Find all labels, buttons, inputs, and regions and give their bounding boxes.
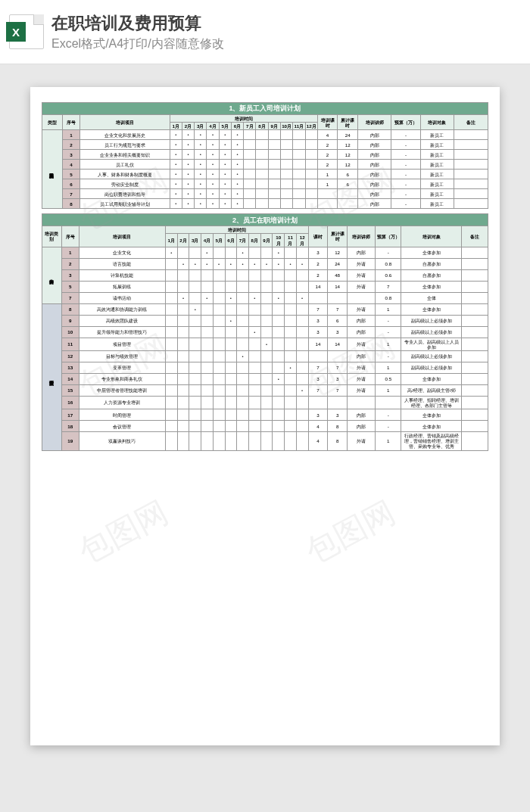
month-header: 8月 <box>248 234 260 247</box>
schedule-cell <box>305 150 317 160</box>
schedule-cell <box>201 362 214 373</box>
schedule-cell <box>285 258 297 269</box>
schedule-cell <box>273 247 285 258</box>
target-cell: 新员工 <box>420 199 454 209</box>
schedule-cell <box>182 179 194 189</box>
schedule-cell <box>244 130 256 140</box>
project-cell: 双赢谈判技巧 <box>79 432 165 450</box>
schedule-cell <box>280 150 292 160</box>
schedule-cell <box>165 315 177 326</box>
schedule-cell <box>225 303 237 315</box>
remark-cell <box>454 140 488 150</box>
schedule-cell <box>195 170 207 179</box>
schedule-cell <box>219 130 231 140</box>
type-group: 公共培训 <box>42 247 62 303</box>
month-header: 3月 <box>189 234 201 247</box>
schedule-cell <box>260 292 273 303</box>
table-row: 18会议管理48内部-全体参加 <box>42 421 488 432</box>
schedule-cell <box>237 258 249 269</box>
lect-cell: 内部 <box>347 421 375 432</box>
schedule-cell <box>165 432 177 450</box>
schedule-cell <box>296 315 308 326</box>
schedule-cell <box>207 189 219 199</box>
schedule-cell <box>189 362 201 373</box>
col-time: 培训时间 <box>165 226 308 234</box>
lect-cell: 内部 <box>357 140 391 150</box>
month-header: 9月 <box>268 123 280 130</box>
schedule-cell <box>244 199 256 209</box>
schedule-cell <box>189 292 201 303</box>
schedule-cell <box>244 160 256 170</box>
month-header: 3月 <box>195 123 207 130</box>
project-cell: 企业文化 <box>79 247 165 258</box>
table-row: 3计算机技能248外请0.6自愿参加 <box>42 269 488 281</box>
table-row: 2员工行为规范与要求212内部-新员工 <box>42 140 488 150</box>
schedule-cell <box>213 362 225 373</box>
remark-cell <box>454 130 488 140</box>
schedule-cell <box>273 269 285 281</box>
schedule-cell <box>213 373 225 384</box>
schedule-cell <box>201 292 214 303</box>
project-cell: 计算机技能 <box>79 269 165 281</box>
budget-cell: 1 <box>376 303 401 315</box>
schedule-cell <box>189 281 201 292</box>
remark-cell <box>462 362 488 373</box>
schedule-cell <box>213 326 225 338</box>
hours-cell: 3 <box>308 326 328 338</box>
schedule-cell <box>213 421 225 432</box>
schedule-cell <box>296 269 308 281</box>
schedule-cell <box>189 269 201 281</box>
schedule-cell <box>177 338 189 350</box>
schedule-cell <box>248 409 260 421</box>
remark-cell <box>462 421 488 432</box>
schedule-cell <box>177 303 189 315</box>
schedule-cell <box>296 303 308 315</box>
schedule-cell <box>201 258 214 269</box>
schedule-cell <box>231 199 243 209</box>
schedule-cell <box>237 396 249 409</box>
schedule-cell <box>237 350 249 362</box>
seq-cell: 6 <box>62 179 80 189</box>
watermark-text: 包图网 <box>298 491 403 574</box>
schedule-cell <box>177 350 189 362</box>
hours-cell: 2 <box>317 160 338 170</box>
schedule-cell <box>293 160 305 170</box>
schedule-cell <box>256 130 268 140</box>
target-cell: 全体 <box>401 292 462 303</box>
schedule-cell <box>248 384 260 396</box>
schedule-cell <box>201 409 214 421</box>
budget-cell: - <box>391 199 420 209</box>
schedule-cell <box>248 269 260 281</box>
schedule-cell <box>189 303 201 315</box>
schedule-cell <box>219 199 231 209</box>
lect-cell: 外请 <box>347 269 375 281</box>
seq-cell: 8 <box>61 303 79 315</box>
col-remark: 备注 <box>454 115 488 130</box>
month-header: 8月 <box>256 123 268 130</box>
schedule-cell <box>177 373 189 384</box>
lect-cell: 外请 <box>347 281 375 292</box>
schedule-cell <box>244 189 256 199</box>
schedule-cell <box>237 338 249 350</box>
schedule-cell <box>268 150 280 160</box>
remark-cell <box>462 281 488 292</box>
seq-cell: 17 <box>61 409 79 421</box>
target-cell: 全体参加 <box>401 373 462 384</box>
remark-cell <box>454 189 488 199</box>
schedule-cell <box>165 247 177 258</box>
schedule-cell <box>165 303 177 315</box>
schedule-cell <box>285 303 297 315</box>
col-type: 培训类别 <box>42 226 62 247</box>
schedule-cell <box>177 269 189 281</box>
col-lect: 培训讲师 <box>347 226 375 247</box>
schedule-cell <box>260 350 273 362</box>
schedule-cell <box>213 409 225 421</box>
seq-cell: 15 <box>61 384 79 396</box>
remark-cell <box>454 199 488 209</box>
schedule-cell <box>219 170 231 179</box>
month-header: 1月 <box>165 234 177 247</box>
target-cell: 新员工 <box>420 170 454 179</box>
schedule-cell <box>182 150 194 160</box>
schedule-cell <box>285 350 297 362</box>
project-cell: 会议管理 <box>79 421 165 432</box>
